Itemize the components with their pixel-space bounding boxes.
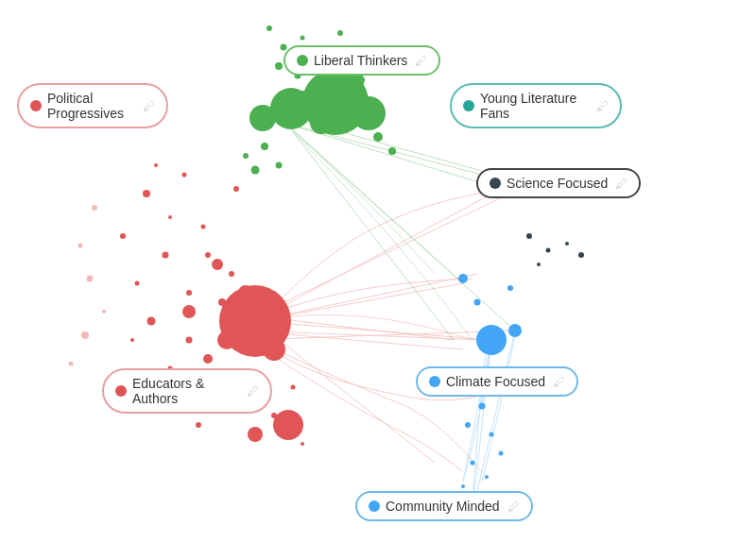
svg-point-81 bbox=[526, 233, 532, 239]
svg-line-18 bbox=[477, 331, 515, 491]
young-text: Young Literature Fans bbox=[480, 91, 589, 121]
svg-point-49 bbox=[263, 338, 285, 361]
svg-point-75 bbox=[388, 147, 396, 155]
svg-point-58 bbox=[275, 62, 283, 70]
svg-point-84 bbox=[578, 252, 584, 258]
political-dot bbox=[30, 100, 42, 111]
political-text: Political Progressives bbox=[47, 91, 135, 121]
label-young-literature-fans[interactable]: Young Literature Fans 🖊 bbox=[450, 83, 622, 128]
svg-point-87 bbox=[474, 299, 481, 306]
svg-point-50 bbox=[273, 410, 303, 440]
svg-point-32 bbox=[201, 225, 206, 229]
svg-line-13 bbox=[265, 184, 529, 312]
svg-line-8 bbox=[255, 189, 501, 321]
young-edit-icon[interactable]: 🖊 bbox=[596, 99, 609, 113]
svg-point-97 bbox=[499, 451, 504, 456]
svg-point-44 bbox=[182, 305, 196, 318]
svg-point-100 bbox=[87, 276, 94, 282]
svg-point-96 bbox=[461, 484, 465, 488]
svg-point-54 bbox=[301, 36, 305, 41]
svg-point-86 bbox=[458, 274, 468, 283]
science-dot bbox=[490, 178, 501, 189]
svg-point-76 bbox=[261, 143, 268, 150]
svg-point-79 bbox=[276, 162, 283, 169]
educators-edit-icon[interactable]: 🖊 bbox=[247, 384, 259, 399]
svg-point-45 bbox=[203, 354, 213, 364]
svg-point-99 bbox=[78, 244, 83, 248]
educators-text: Educators & Authors bbox=[132, 376, 239, 406]
svg-point-82 bbox=[546, 248, 551, 253]
svg-point-94 bbox=[471, 461, 475, 466]
svg-point-20 bbox=[120, 233, 126, 239]
svg-point-78 bbox=[251, 166, 260, 175]
svg-point-24 bbox=[168, 215, 172, 219]
svg-point-34 bbox=[182, 173, 187, 178]
educators-dot bbox=[115, 385, 127, 397]
svg-point-40 bbox=[301, 442, 304, 446]
svg-point-90 bbox=[508, 324, 522, 337]
community-dot bbox=[369, 501, 380, 512]
label-climate-focused[interactable]: Climate Focused 🖊 bbox=[416, 366, 578, 397]
svg-point-26 bbox=[147, 317, 156, 326]
community-edit-icon[interactable]: 🖊 bbox=[507, 500, 520, 514]
svg-point-93 bbox=[490, 433, 494, 437]
svg-point-36 bbox=[233, 186, 239, 192]
svg-point-22 bbox=[186, 290, 192, 296]
climate-edit-icon[interactable]: 🖊 bbox=[553, 375, 565, 389]
svg-point-56 bbox=[337, 30, 343, 36]
svg-point-102 bbox=[81, 331, 89, 339]
svg-point-85 bbox=[537, 263, 541, 266]
network-visualization: Political Progressives 🖊 Liberal Thinker… bbox=[0, 0, 739, 560]
svg-point-31 bbox=[229, 271, 234, 277]
svg-point-52 bbox=[266, 25, 272, 31]
svg-point-77 bbox=[243, 153, 249, 159]
liberal-dot bbox=[297, 55, 308, 66]
svg-point-91 bbox=[479, 403, 486, 410]
svg-point-101 bbox=[102, 310, 106, 314]
svg-point-98 bbox=[92, 205, 97, 211]
label-political-progressives[interactable]: Political Progressives 🖊 bbox=[17, 83, 168, 128]
svg-point-43 bbox=[212, 259, 223, 270]
climate-dot bbox=[429, 376, 440, 387]
svg-point-35 bbox=[154, 163, 158, 167]
svg-point-27 bbox=[186, 337, 193, 344]
svg-line-4 bbox=[293, 132, 454, 340]
svg-point-30 bbox=[130, 338, 134, 342]
svg-point-25 bbox=[205, 252, 211, 258]
svg-point-19 bbox=[143, 190, 150, 197]
svg-point-72 bbox=[352, 96, 386, 130]
climate-text: Climate Focused bbox=[446, 374, 545, 389]
svg-point-23 bbox=[135, 281, 140, 286]
svg-point-21 bbox=[163, 252, 169, 259]
svg-point-41 bbox=[196, 422, 201, 428]
label-science-focused[interactable]: Science Focused 🖊 bbox=[476, 168, 641, 198]
liberal-text: Liberal Thinkers bbox=[314, 53, 407, 68]
science-edit-icon[interactable]: 🖊 bbox=[615, 177, 627, 191]
label-liberal-thinkers[interactable]: Liberal Thinkers 🖊 bbox=[284, 45, 440, 76]
label-community-minded[interactable]: Community Minded 🖊 bbox=[355, 491, 533, 521]
svg-line-17 bbox=[473, 340, 491, 510]
label-educators-authors[interactable]: Educators & Authors 🖊 bbox=[102, 368, 272, 414]
svg-point-103 bbox=[69, 362, 74, 366]
svg-point-39 bbox=[291, 385, 296, 390]
svg-point-48 bbox=[217, 331, 236, 349]
svg-line-5 bbox=[269, 109, 463, 283]
svg-point-51 bbox=[248, 427, 263, 442]
svg-point-53 bbox=[281, 44, 287, 51]
young-dot bbox=[463, 100, 474, 111]
svg-point-74 bbox=[373, 132, 383, 142]
svg-point-83 bbox=[565, 242, 569, 246]
svg-point-89 bbox=[476, 325, 507, 355]
community-text: Community Minded bbox=[386, 499, 500, 514]
svg-point-88 bbox=[507, 285, 513, 291]
svg-point-73 bbox=[249, 105, 276, 131]
political-edit-icon[interactable]: 🖊 bbox=[143, 99, 155, 113]
svg-point-92 bbox=[465, 422, 471, 428]
science-text: Science Focused bbox=[507, 176, 608, 191]
svg-point-95 bbox=[485, 475, 489, 479]
liberal-edit-icon[interactable]: 🖊 bbox=[415, 54, 427, 68]
